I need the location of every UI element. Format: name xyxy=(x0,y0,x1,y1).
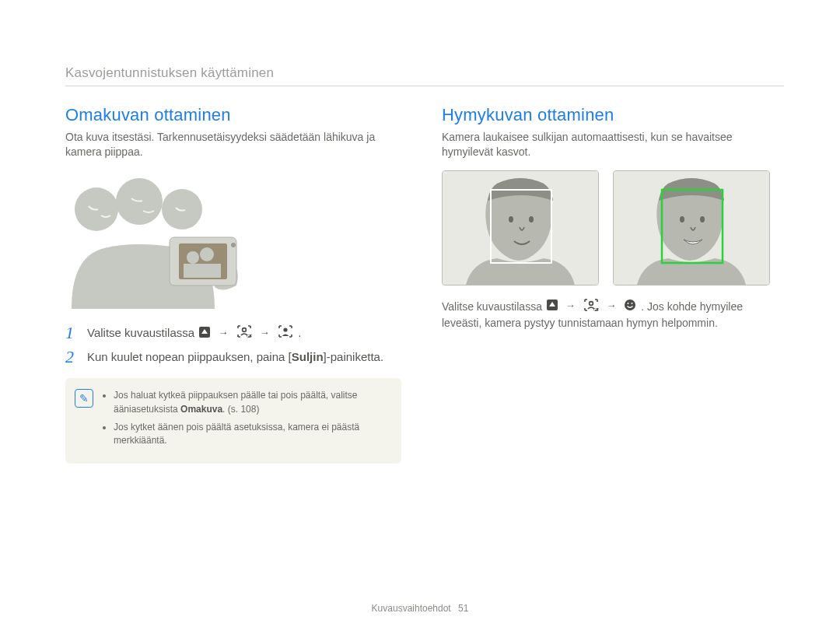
left-title: Omakuvan ottaminen xyxy=(65,105,401,125)
svg-point-27 xyxy=(628,303,629,304)
menu-up-icon-right xyxy=(547,300,561,313)
svg-point-16 xyxy=(529,216,534,222)
right-lead: Kamera laukaisee sulkijan automaattisest… xyxy=(442,130,778,159)
page-footer: Kuvausvaihtoehdot 51 xyxy=(0,603,840,614)
step-2: 2 Kun kuulet nopean piippauksen, paina [… xyxy=(65,349,401,366)
arrow-1: → xyxy=(218,326,228,340)
note-item-1: Jos haluat kytkeä piippauksen päälle tai… xyxy=(114,389,389,416)
smile-thumb-1 xyxy=(442,170,599,285)
svg-point-6 xyxy=(200,247,214,261)
note-box: Jos haluat kytkeä piippauksen päälle tai… xyxy=(65,378,401,464)
step2-after: ]-painiketta. xyxy=(324,350,384,363)
svg-point-15 xyxy=(509,216,513,222)
self-portrait-icon xyxy=(278,324,293,342)
footer-section: Kuvausvaihtoehdot xyxy=(372,603,451,614)
svg-rect-7 xyxy=(184,264,221,278)
step1-prefix: Valitse kuvaustilassa xyxy=(87,326,198,339)
face-off-icon-right: OFF xyxy=(583,302,602,314)
arrow-r2: → xyxy=(606,299,616,313)
svg-point-13 xyxy=(283,328,287,332)
svg-text:OFF: OFF xyxy=(593,307,599,312)
svg-point-8 xyxy=(231,243,236,247)
step-number-1: 1 xyxy=(65,324,79,342)
note-item-2: Jos kytket äänen pois päältä asetuksissa… xyxy=(114,421,389,448)
right-column: Hymykuvan ottaminen Kamera laukaisee sul… xyxy=(442,105,778,464)
svg-text:OFF: OFF xyxy=(247,334,252,338)
svg-point-2 xyxy=(162,189,202,229)
menu-up-icon xyxy=(199,325,210,342)
step-1: 1 Valitse kuvaustilassa → OFF → . xyxy=(65,324,401,343)
step-number-2: 2 xyxy=(65,349,79,366)
svg-point-11 xyxy=(242,328,246,332)
note1-bold: Omakuva xyxy=(180,404,222,415)
svg-point-28 xyxy=(632,303,633,304)
face-off-icon: OFF xyxy=(236,324,252,342)
footer-page-number: 51 xyxy=(458,603,468,614)
note-icon xyxy=(75,389,93,408)
svg-point-5 xyxy=(187,251,199,264)
arrow-2: → xyxy=(260,326,270,340)
svg-point-26 xyxy=(625,299,635,310)
svg-point-19 xyxy=(680,216,684,222)
note1-after: . (s. 108) xyxy=(222,404,259,415)
left-lead: Ota kuva itsestäsi. Tarkennusetäisyydeks… xyxy=(65,130,401,159)
step1-period: . xyxy=(298,326,301,339)
step-2-text: Kun kuulet nopean piippauksen, paina [Su… xyxy=(87,349,383,365)
arrow-r1: → xyxy=(565,299,576,313)
rpara-prefix: Valitse kuvaustilassa xyxy=(442,299,545,312)
smile-thumb-2 xyxy=(613,170,770,285)
right-paragraph: Valitse kuvaustilassa → OFF → . Jos kohd… xyxy=(442,298,778,331)
svg-point-24 xyxy=(589,301,593,305)
step-1-text: Valitse kuvaustilassa → OFF → . xyxy=(87,324,301,343)
step2-before: Kun kuulet nopean piippauksen, paina [ xyxy=(87,350,292,363)
svg-point-20 xyxy=(700,216,705,222)
left-column: Omakuvan ottaminen Ota kuva itsestäsi. T… xyxy=(65,105,401,464)
self-portrait-illustration xyxy=(65,170,252,310)
step2-button: Suljin xyxy=(292,350,324,363)
page-header: Kasvojentunnistuksen käyttäminen xyxy=(65,65,784,86)
smile-icon xyxy=(624,301,639,313)
right-title: Hymykuvan ottaminen xyxy=(442,105,778,125)
